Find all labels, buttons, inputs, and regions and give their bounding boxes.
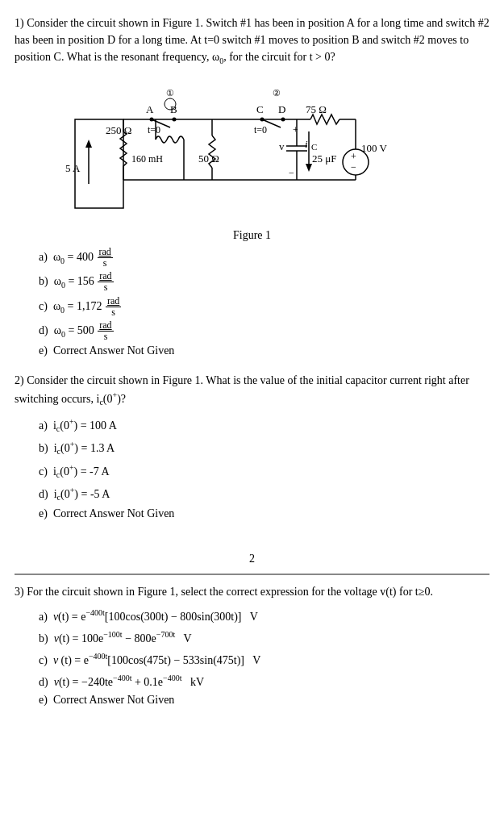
svg-text:75 Ω: 75 Ω	[306, 103, 327, 115]
figure-1-label: Figure 1	[233, 229, 271, 242]
q3-choice-a: a) v(t) = e−400t[100cos(300t) − 800sin(3…	[39, 607, 489, 626]
q2-choice-c: c) ic(0+) = -7 A	[39, 461, 489, 482]
svg-text:160 mH: 160 mH	[131, 153, 163, 165]
q1-choice-e: e) Correct Answer Not Given	[39, 344, 489, 357]
q2-number: 2)	[15, 374, 27, 386]
q1-choice-c: c) ω0 = 1,172 rads	[39, 296, 489, 318]
svg-text:+: +	[293, 124, 298, 136]
question-1: 1) Consider the circuit shown in Figure …	[15, 15, 489, 357]
svg-point-12	[149, 117, 153, 121]
svg-text:①: ①	[166, 88, 174, 98]
svg-text:25 μF: 25 μF	[312, 152, 336, 165]
q1-text: 1) Consider the circuit shown in Figure …	[15, 15, 489, 67]
q3-choices: a) v(t) = e−400t[100cos(300t) − 800sin(3…	[39, 607, 489, 707]
svg-text:+: +	[351, 151, 356, 162]
svg-text:v: v	[279, 140, 285, 152]
svg-text:5 A: 5 A	[65, 162, 81, 174]
svg-marker-3	[85, 140, 92, 148]
q1-choice-b: b) ω0 = 156 rads	[39, 271, 489, 293]
q1-choices: a) ω0 = 400 rads b) ω0 = 156 rads c) ω0 …	[39, 247, 489, 358]
q2-choice-d: d) ic(0+) = -5 A	[39, 484, 489, 504]
question-3: 3) For the circuit shown in Figure 1, se…	[15, 583, 489, 707]
svg-text:②: ②	[273, 88, 281, 98]
circuit-diagram: 5 A 250 Ω A B ① t=0	[51, 75, 454, 224]
q3-choice-c: c) v (t) = e−400t[100cos(475t) − 533sin(…	[39, 650, 489, 670]
q1-choice-d: d) ω0 = 500 rads	[39, 320, 489, 342]
svg-text:A: A	[146, 103, 154, 115]
q3-choice-e: e) Correct Answer Not Given	[39, 694, 489, 707]
svg-point-13	[172, 117, 176, 121]
q3-choice-b: b) v(t) = 100e−100t − 800e−700t V	[39, 628, 489, 648]
svg-point-28	[281, 117, 285, 121]
svg-text:−: −	[289, 167, 294, 178]
svg-text:C: C	[256, 103, 264, 115]
q1-number: 1)	[15, 17, 27, 29]
q3-choice-d: d) v(t) = −240te−400t + 0.1e−400t kV	[39, 672, 489, 691]
svg-text:C: C	[311, 142, 317, 152]
svg-text:D: D	[278, 103, 285, 115]
figure-1-container: 5 A 250 Ω A B ① t=0	[15, 75, 489, 242]
svg-text:i: i	[305, 138, 308, 150]
question-2: 2) Consider the circuit shown in Figure …	[15, 372, 489, 519]
q2-choice-a: a) ic(0+) = 100 A	[39, 415, 489, 436]
q2-text: 2) Consider the circuit shown in Figure …	[15, 372, 489, 408]
svg-marker-45	[306, 164, 312, 172]
q1-choice-a: a) ω0 = 400 rads	[39, 247, 489, 269]
svg-text:t=0: t=0	[254, 124, 267, 136]
svg-text:t=0: t=0	[148, 124, 160, 136]
page-number: 2	[15, 553, 489, 565]
q2-choice-e: e) Correct Answer Not Given	[39, 507, 489, 520]
svg-text:100 V: 100 V	[361, 142, 388, 154]
svg-text:−: −	[351, 161, 356, 173]
q2-choice-b: b) ic(0+) = 1.3 A	[39, 438, 489, 458]
svg-text:250 Ω: 250 Ω	[106, 124, 131, 136]
q3-text: 3) For the circuit shown in Figure 1, se…	[15, 583, 489, 600]
q2-choices: a) ic(0+) = 100 A b) ic(0+) = 1.3 A c) i…	[39, 415, 489, 520]
q3-number: 3)	[15, 586, 27, 598]
page-divider	[15, 574, 489, 575]
